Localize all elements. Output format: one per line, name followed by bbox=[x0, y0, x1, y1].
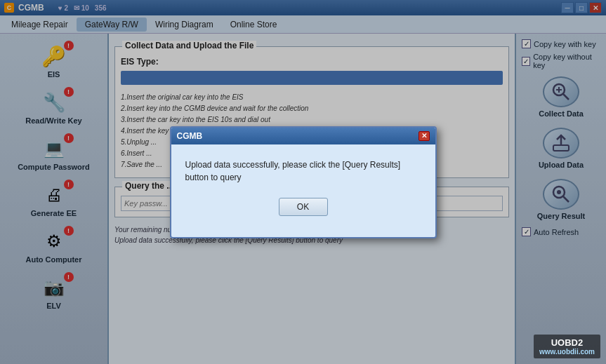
modal-overlay: CGMB ✕ Upload data successfully, please … bbox=[0, 0, 606, 364]
modal-close-button[interactable]: ✕ bbox=[419, 131, 430, 141]
modal-title: CGMB bbox=[177, 131, 203, 141]
watermark-line1: UOBD2 bbox=[539, 337, 595, 348]
modal-message: Upload data successfully, please click t… bbox=[185, 159, 421, 184]
modal-window: CGMB ✕ Upload data successfully, please … bbox=[170, 126, 437, 238]
modal-ok-button[interactable]: OK bbox=[279, 198, 328, 216]
watermark: UOBD2 www.uobdii.com bbox=[534, 335, 600, 358]
modal-title-bar: CGMB ✕ bbox=[171, 128, 435, 144]
modal-content: Upload data successfully, please click t… bbox=[171, 144, 435, 224]
watermark-line2: www.uobdii.com bbox=[539, 348, 595, 356]
